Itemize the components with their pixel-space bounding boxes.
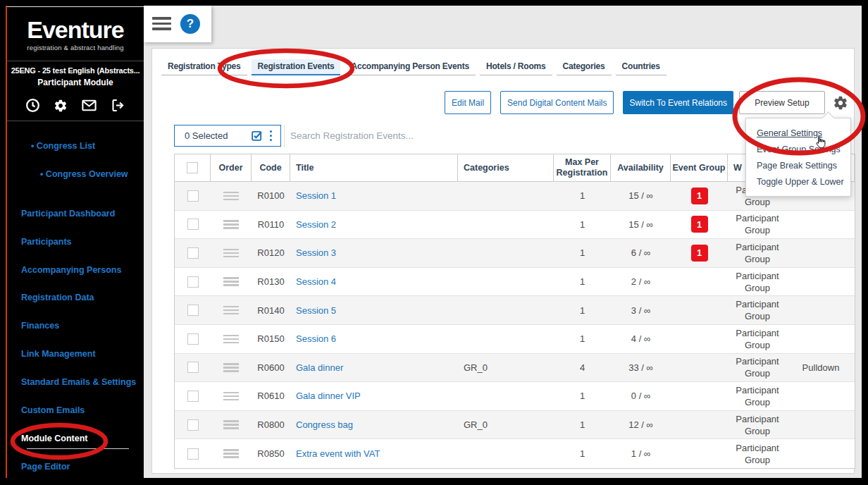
cell-availability: 4 / ∞ (611, 325, 671, 353)
more-options-icon[interactable] (270, 130, 273, 142)
cell-categories: GR_0 (458, 354, 554, 382)
send-digital-content-mails-button[interactable]: Send Digital Content Mails (500, 91, 614, 114)
event-group-badge[interactable]: 1 (691, 245, 708, 262)
tab-hotels-rooms[interactable]: Hotels / Rooms (480, 59, 552, 75)
column-header-categories[interactable]: Categories (458, 154, 554, 181)
tab-accompanying-person-events[interactable]: Accompanying Person Events (345, 59, 476, 75)
clock-icon[interactable] (25, 98, 40, 113)
select-all-checkbox-icon[interactable] (251, 130, 263, 142)
edit-mail-button[interactable]: Edit Mail (445, 91, 491, 114)
event-title-link[interactable]: Congress bag (296, 419, 353, 430)
row-checkbox[interactable] (187, 305, 199, 316)
drag-order-icon[interactable] (223, 304, 239, 317)
drag-order-icon[interactable] (223, 190, 239, 202)
tab-countries[interactable]: Countries (616, 59, 666, 75)
event-title-link[interactable]: Session 1 (296, 190, 336, 201)
tab-bar: Registration TypesRegistration EventsAcc… (161, 59, 671, 75)
row-checkbox[interactable] (187, 362, 199, 373)
congress-title: 25ENG - 25 test English (Abstracts... (7, 66, 144, 75)
mail-icon[interactable] (81, 97, 97, 113)
menu-item-event-group-settings[interactable]: Event Group Settings (746, 142, 850, 158)
preview-setup-button[interactable]: Preview Setup (739, 91, 825, 114)
row-checkbox[interactable] (187, 333, 199, 345)
column-header-availability[interactable]: Availability (611, 154, 671, 181)
sidebar-item-accompanying-persons[interactable]: Accompanying Persons (21, 264, 121, 276)
sidebar-item-congress-list[interactable]: • Congress List (31, 140, 95, 152)
drag-order-icon[interactable] (223, 419, 239, 431)
sidebar-item-module-content[interactable]: Module Content (21, 432, 87, 445)
sidebar-item-link-management[interactable]: Link Management (21, 348, 96, 360)
sidebar-item-standard-emails-settings[interactable]: Standard Emails & Settings (21, 376, 136, 388)
cell-group: Participant Group (728, 413, 787, 437)
menu-item-toggle-upper-lower[interactable]: Toggle Upper & Lower (746, 174, 850, 190)
cell-max-per-registration: 1 (554, 268, 611, 296)
tab-registration-types[interactable]: Registration Types (161, 59, 247, 75)
table-row-r0110: R0110Session 2115 / ∞1Participant Group (175, 211, 855, 240)
switch-to-event-relations-button[interactable]: Switch To Event Relations (623, 91, 733, 114)
cell-max-per-registration: 1 (554, 182, 611, 210)
cell-availability: 15 / ∞ (611, 211, 671, 239)
event-title-link[interactable]: Gala dinner VIP (296, 391, 361, 401)
help-icon[interactable]: ? (180, 14, 200, 34)
event-group-badge[interactable]: 1 (691, 188, 708, 204)
drag-order-icon[interactable] (223, 390, 239, 403)
sidebar-item-finances[interactable]: Finances (21, 319, 59, 332)
cell-code: R0140 (252, 296, 290, 324)
top-toolbar: ? (144, 6, 211, 42)
event-title-link[interactable]: Session 4 (296, 276, 336, 287)
event-title-link[interactable]: Session 5 (296, 305, 336, 316)
row-checkbox[interactable] (187, 391, 199, 402)
sidebar-item-participants[interactable]: Participants (21, 235, 72, 248)
row-checkbox[interactable] (187, 190, 199, 202)
registration-events-table: OrderCodeTitleCategoriesMax Per Registra… (174, 154, 855, 469)
drag-order-icon[interactable] (223, 448, 239, 460)
row-checkbox[interactable] (187, 419, 199, 431)
column-header-max-per-registration[interactable]: Max Per Registration (554, 154, 611, 181)
event-title-link[interactable]: Extra event with VAT (296, 448, 380, 459)
tab-registration-events[interactable]: Registration Events (252, 59, 341, 75)
column-header-col0 (175, 154, 211, 181)
event-title-link[interactable]: Gala dinner (296, 362, 343, 373)
row-checkbox[interactable] (187, 276, 199, 288)
drag-order-icon[interactable] (223, 276, 239, 288)
drag-order-icon[interactable] (223, 219, 239, 231)
table-row-r0130: R0130Session 412 / ∞Participant Group (175, 268, 855, 297)
event-title-link[interactable]: Session 3 (296, 247, 336, 258)
settings-gear-icon[interactable] (833, 95, 848, 111)
gear-icon[interactable] (54, 99, 68, 113)
tab-categories[interactable]: Categories (557, 59, 612, 75)
menu-item-page-break-settings[interactable]: Page Break Settings (746, 158, 850, 174)
row-checkbox[interactable] (187, 219, 199, 230)
select-all-checkbox[interactable] (187, 162, 198, 173)
cell-categories (458, 239, 554, 267)
column-header-event-group[interactable]: Event Group (671, 154, 728, 181)
table-row-r0610: R0610Gala dinner VIP10 / ∞Participant Gr… (175, 382, 855, 411)
logout-icon[interactable] (111, 98, 125, 113)
selection-box[interactable]: 0 Selected (174, 125, 281, 147)
menu-item-general-settings[interactable]: General Settings (746, 125, 850, 142)
row-checkbox[interactable] (187, 448, 199, 460)
event-title-link[interactable]: Session 2 (296, 219, 336, 230)
drag-order-icon[interactable] (223, 247, 239, 259)
cell-code: R0600 (252, 354, 290, 382)
selected-count: 0 Selected (185, 130, 251, 141)
cell-max-per-registration: 1 (554, 382, 611, 410)
sidebar-item-page-editor[interactable]: Page Editor (21, 460, 70, 473)
event-title-link[interactable]: Session 6 (296, 333, 336, 344)
column-header-order[interactable]: Order (211, 154, 252, 181)
cell-availability: 6 / ∞ (611, 239, 671, 267)
menu-toggle-icon[interactable] (152, 17, 171, 33)
sidebar-item-congress-overview[interactable]: • Congress Overview (40, 168, 128, 180)
table-row-r0850: R0850Extra event with VAT11 / ∞Participa… (175, 439, 855, 468)
column-header-title[interactable]: Title (290, 154, 458, 181)
drag-order-icon[interactable] (223, 362, 239, 374)
sidebar-item-registration-data[interactable]: Registration Data (21, 291, 94, 304)
row-checkbox[interactable] (187, 247, 199, 259)
drag-order-icon[interactable] (223, 333, 239, 345)
cell-availability: 12 / ∞ (611, 411, 671, 439)
sidebar-item-custom-emails[interactable]: Custom Emails (21, 404, 85, 417)
column-header-code[interactable]: Code (252, 154, 290, 181)
cell-code: R0850 (252, 439, 290, 468)
sidebar-item-participant-dashboard[interactable]: Participant Dashboard (21, 207, 115, 220)
event-group-badge[interactable]: 1 (691, 216, 708, 233)
